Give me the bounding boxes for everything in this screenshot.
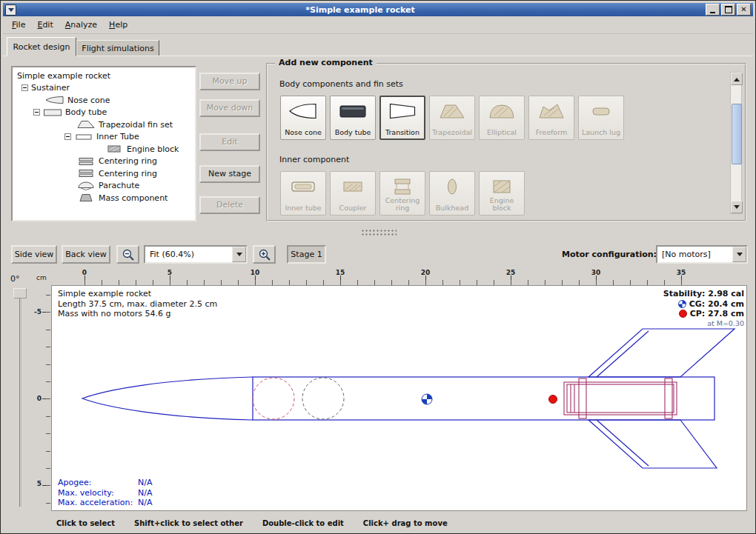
tree-row-parachute[interactable]: Parachute: [13, 180, 195, 193]
inner-tube-shape-icon: [288, 177, 318, 196]
add-launch-lug-button[interactable]: Launch lug: [578, 96, 624, 140]
zoom-in-button[interactable]: [253, 245, 276, 264]
motor-configuration-combobox[interactable]: [No motors]: [656, 245, 748, 264]
collapse-icon[interactable]: [33, 109, 40, 116]
ruler-tick-label: 25: [503, 269, 518, 276]
minimize-button[interactable]: [706, 4, 720, 16]
rotation-slider-handle[interactable]: [13, 288, 27, 298]
pane-splitter-handle[interactable]: [361, 229, 397, 236]
tab-flight-simulations[interactable]: Flight simulations: [76, 40, 159, 56]
max-velocity-label: Max. velocity:: [58, 488, 138, 498]
tree-row-nose-cone[interactable]: Nose cone: [13, 94, 195, 107]
hint-shift-click: Shift+click to select other: [134, 519, 243, 527]
maximize-icon: [725, 6, 732, 13]
max-velocity-value: N/A: [138, 488, 152, 498]
tree-row-sustainer[interactable]: Sustainer: [13, 82, 195, 95]
move-up-button[interactable]: Move up: [199, 73, 260, 90]
tree-label: Simple example rocket: [17, 71, 110, 81]
tree-row-engine-block[interactable]: Engine block: [13, 143, 195, 156]
component-scrollbar[interactable]: [730, 72, 742, 214]
chevron-down-icon[interactable]: [232, 247, 246, 262]
hint-click-drag: Click+ drag to move: [363, 519, 448, 527]
statusbar: Click to select Shift+click to select ot…: [3, 515, 753, 531]
component-tree: Simple example rocket Sustainer Nose con…: [11, 66, 196, 221]
close-button[interactable]: ✕: [737, 4, 751, 16]
ruler-tick-label: 5: [30, 480, 42, 487]
collapse-icon[interactable]: [64, 133, 71, 140]
tab-rocket-design[interactable]: Rocket design: [7, 37, 76, 56]
tree-label: Mass component: [99, 193, 168, 203]
launch-lug-shape-icon: [586, 101, 616, 121]
add-trapezoidal-fin-button[interactable]: Trapezoidal: [429, 96, 475, 140]
new-stage-button[interactable]: New stage: [199, 165, 260, 183]
engine-block-shape-icon: [487, 177, 517, 196]
rocket-mass: Mass with no motors 54.6 g: [58, 309, 217, 319]
side-view-button[interactable]: Side view: [11, 245, 57, 264]
add-engine-block-button[interactable]: Engine block: [479, 171, 525, 216]
ruler-tick-label: 10: [248, 269, 262, 276]
delete-button[interactable]: Delete: [199, 196, 260, 214]
motor-configuration-value: [No motors]: [662, 250, 711, 259]
nose-cone-icon: [45, 96, 64, 104]
menu-file[interactable]: File: [6, 17, 31, 33]
add-nose-cone-button[interactable]: Nose cone: [280, 96, 326, 140]
tree-label: Inner Tube: [96, 132, 139, 141]
trapezoidal-fin-shape-icon: [437, 101, 467, 121]
ruler-tick-label: 15: [333, 269, 348, 276]
add-transition-button[interactable]: Transition: [379, 96, 425, 140]
add-elliptical-fin-button[interactable]: Elliptical: [479, 96, 525, 140]
ruler-unit-label: cm: [36, 274, 47, 281]
chevron-down-icon[interactable]: [732, 247, 746, 262]
tree-row-fin-set[interactable]: Trapezoidal fin set: [13, 119, 195, 131]
arrow-up-icon: [734, 75, 740, 81]
max-acceleration-value: N/A: [138, 498, 152, 507]
ruler-tick-label: 0: [30, 395, 42, 402]
maximize-button[interactable]: [721, 4, 735, 16]
tree-row-body-tube[interactable]: Body tube: [13, 107, 195, 119]
ruler-tick-label: -5: [30, 308, 42, 316]
max-acceleration-label: Max. acceleration:: [58, 498, 138, 508]
flight-stats: Apogee:N/A Max. velocity:N/A Max. accele…: [58, 478, 152, 508]
edit-button[interactable]: Edit: [199, 133, 260, 151]
rotation-slider-track[interactable]: [19, 290, 23, 507]
add-bulkhead-button[interactable]: Bulkhead: [429, 171, 475, 216]
scrollbar-thumb[interactable]: [732, 104, 742, 164]
add-inner-tube-button[interactable]: Inner tube: [280, 171, 326, 216]
rocket-dimensions: Length 37.5 cm, max. diameter 2.5 cm: [58, 299, 217, 310]
add-freeform-fin-button[interactable]: Freeform: [528, 96, 574, 140]
rotation-angle-label: 0°: [10, 274, 20, 284]
add-coupler-button[interactable]: Coupler: [330, 171, 376, 216]
zoom-level-combobox[interactable]: Fit (60.4%): [144, 245, 248, 264]
tree-label: Centering ring: [99, 169, 157, 178]
centering-ring-icon: [76, 169, 96, 178]
tree-row-rocket[interactable]: Simple example rocket: [13, 70, 195, 82]
body-components-label: Body components and fin sets: [279, 79, 403, 89]
inner-component-label: Inner component: [279, 155, 349, 164]
zoom-out-button[interactable]: [116, 245, 139, 264]
scroll-down-button[interactable]: [731, 201, 743, 213]
menu-edit[interactable]: Edit: [31, 17, 59, 33]
scroll-up-button[interactable]: [731, 73, 743, 85]
collapse-icon[interactable]: [21, 84, 28, 91]
app-icon[interactable]: [5, 4, 16, 16]
add-body-tube-button[interactable]: Body tube: [330, 96, 376, 140]
zoom-level-value: Fit (60.4%): [150, 250, 194, 259]
menu-help[interactable]: Help: [103, 17, 133, 33]
stability-legend: Stability: 2.98 cal CG: 20.4 cm CP: 27.8…: [586, 289, 744, 328]
move-down-button[interactable]: Move down: [199, 99, 260, 117]
tree-row-centering-ring-1[interactable]: Centering ring: [13, 156, 195, 168]
menu-analyze[interactable]: Analyze: [59, 17, 103, 33]
stage-1-toggle[interactable]: Stage 1: [287, 245, 326, 264]
tree-row-mass-component[interactable]: Mass component: [13, 192, 195, 204]
tree-row-inner-tube[interactable]: Inner Tube: [13, 131, 195, 144]
vertical-ruler-minor-ticks: [46, 295, 50, 504]
back-view-button[interactable]: Back view: [62, 245, 110, 264]
openrocket-window: *Simple example rocket ✕ File Edit Analy…: [0, 0, 756, 534]
tree-row-centering-ring-2[interactable]: Centering ring: [13, 167, 195, 180]
rocket-info: Simple example rocket Length 37.5 cm, ma…: [58, 289, 217, 319]
motor-configuration-label: Motor configuration:: [562, 250, 657, 259]
transition-shape-icon: [388, 101, 417, 121]
add-centering-ring-button[interactable]: Centering ring: [379, 171, 425, 216]
centering-ring-icon: [76, 157, 96, 166]
cp-marker: [549, 396, 557, 404]
